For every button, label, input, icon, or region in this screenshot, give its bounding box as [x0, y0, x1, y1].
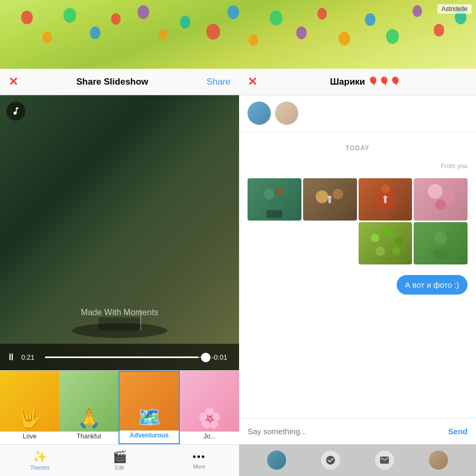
- date-label: TODAY: [248, 144, 468, 152]
- svg-point-12: [435, 199, 446, 210]
- tab-bar-left: ✨ Themes 🎬 Edit ••• More: [0, 444, 239, 476]
- chat-header: ✕ Шарики 🎈🎈🎈: [239, 69, 476, 95]
- watermark-text: Made With Moments: [81, 308, 159, 317]
- theme-thankful-icon: 🙏: [77, 407, 101, 429]
- theme-love[interactable]: 🤟 Love: [0, 371, 59, 444]
- chat-close-button[interactable]: ✕: [248, 75, 257, 89]
- watermark-label: Astridelle: [437, 4, 472, 14]
- photo-grid: ⬆ ⬆: [248, 178, 468, 264]
- pause-button[interactable]: ⏸: [6, 352, 16, 363]
- video-background: Made With Moments: [0, 95, 239, 370]
- svg-point-19: [434, 232, 447, 244]
- upload-icon-2: ⬆: [381, 193, 390, 206]
- photo-cell-1: [248, 178, 301, 221]
- avatars-row: [239, 95, 476, 132]
- svg-point-4: [276, 187, 284, 196]
- photo-cell-5: [359, 222, 413, 264]
- photo-cell-6: [414, 222, 468, 264]
- theme-love-label: Love: [0, 432, 59, 440]
- svg-rect-1: [98, 317, 141, 331]
- from-you-label: From you: [248, 162, 468, 170]
- theme-joy[interactable]: 🌸 Jo...: [180, 371, 239, 444]
- bottom-avatar-1[interactable]: [267, 451, 286, 470]
- share-button[interactable]: Share: [207, 77, 231, 87]
- play-controls: ⏸ 0:21 -0:01: [0, 344, 239, 370]
- share-header: ✕ Share Slideshow Share: [0, 69, 239, 95]
- send-button[interactable]: Send: [448, 427, 468, 436]
- edit-icon: 🎬: [113, 450, 127, 464]
- themes-icon: ✨: [33, 450, 47, 464]
- left-panel: ✕ Share Slideshow Share Made With Moment…: [0, 69, 239, 476]
- svg-point-18: [433, 249, 448, 259]
- share-title: Share Slideshow: [76, 77, 148, 87]
- svg-point-10: [428, 184, 443, 199]
- svg-point-17: [391, 247, 400, 255]
- time-remaining: -0:01: [212, 353, 233, 361]
- tab-themes[interactable]: ✨ Themes: [0, 450, 80, 471]
- bottom-action-button-1[interactable]: [321, 451, 340, 470]
- music-icon[interactable]: [6, 102, 25, 121]
- theme-adventurous-icon: 🗺️: [138, 406, 161, 428]
- photo-cell-2: ⬆: [303, 178, 357, 221]
- svg-point-14: [382, 227, 393, 238]
- chat-title: Шарики 🎈🎈🎈: [263, 76, 468, 87]
- theme-joy-icon: 🌸: [198, 407, 222, 429]
- video-area[interactable]: Made With Moments ⏸ 0:21 -0:01: [0, 95, 239, 370]
- theme-adventurous[interactable]: 🗺️ Adventurous: [118, 371, 180, 444]
- progress-thumb[interactable]: [201, 353, 210, 362]
- svg-point-9: [381, 185, 389, 193]
- tab-more[interactable]: ••• More: [159, 452, 239, 470]
- top-balloon-area: [0, 0, 476, 69]
- svg-point-13: [370, 234, 379, 242]
- theme-thankful-label: Thankful: [59, 432, 118, 440]
- tab-themes-label: Themes: [30, 465, 49, 471]
- svg-point-16: [375, 246, 385, 256]
- progress-bar[interactable]: [45, 356, 206, 358]
- bottom-bar-right: [239, 444, 476, 476]
- theme-joy-label: Jo...: [180, 432, 239, 440]
- avatar-1[interactable]: [248, 102, 271, 125]
- bottom-avatar-2[interactable]: [429, 451, 448, 470]
- bottom-action-button-2[interactable]: [375, 451, 394, 470]
- chat-bubble: А вот и фото :): [397, 275, 468, 295]
- photo-cell-4: [414, 178, 468, 221]
- chat-messages[interactable]: TODAY From you ⬆: [239, 132, 476, 418]
- photo-cell-3: ⬆: [359, 178, 413, 221]
- theme-adventurous-label: Adventurous: [120, 431, 179, 439]
- theme-thankful[interactable]: 🙏 Thankful: [59, 371, 118, 444]
- avatar-2[interactable]: [275, 102, 298, 125]
- progress-fill: [45, 356, 198, 358]
- upload-icon-1: ⬆: [325, 193, 334, 206]
- tab-edit[interactable]: 🎬 Edit: [80, 450, 160, 471]
- more-icon: •••: [193, 452, 206, 463]
- chat-input[interactable]: [248, 427, 442, 436]
- share-close-button[interactable]: ✕: [8, 75, 18, 89]
- svg-rect-5: [267, 210, 282, 218]
- tab-more-label: More: [193, 464, 205, 470]
- svg-point-15: [395, 237, 402, 244]
- svg-point-3: [264, 189, 274, 199]
- chat-input-area: Send: [239, 418, 476, 444]
- tab-edit-label: Edit: [115, 465, 124, 471]
- theme-love-icon: 🤟: [18, 407, 42, 429]
- right-panel: ✕ Шарики 🎈🎈🎈 TODAY From you: [239, 69, 476, 476]
- time-current: 0:21: [21, 353, 40, 361]
- theme-selector: 🤟 Love 🙏 Thankful 🗺️ Adventurous 🌸 Jo...: [0, 370, 239, 444]
